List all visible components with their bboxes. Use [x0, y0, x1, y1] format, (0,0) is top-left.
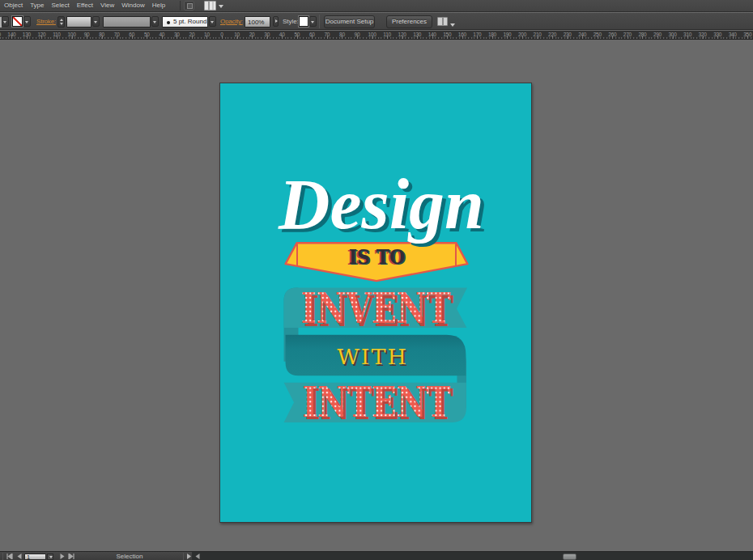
first-artboard-icon[interactable]: [6, 554, 13, 559]
title-design: Design Design: [278, 163, 487, 247]
text-with: WITH WITH: [337, 344, 415, 371]
ruler-major-tick: [598, 36, 598, 39]
horizontal-ruler[interactable]: 1501401301201101009080706050403020100102…: [0, 31, 753, 40]
ruler-label: 150: [0, 32, 1, 37]
ruler-major-tick: [297, 36, 298, 39]
horizontal-scrollbar-track[interactable]: [192, 552, 753, 560]
fill-dropdown-button[interactable]: [2, 16, 9, 27]
menu-bar: Object Type Select Effect View Window He…: [0, 0, 753, 12]
next-artboard-icon[interactable]: [59, 554, 66, 559]
ruler-major-tick: [72, 36, 73, 39]
stroke-weight-field[interactable]: [66, 16, 91, 28]
stroke-weight-stepper[interactable]: [57, 16, 65, 28]
brush-definition-field[interactable]: 5 pt. Round: [162, 16, 208, 28]
ruler-major-tick: [492, 36, 493, 39]
brush-preview-dot: [167, 21, 170, 24]
scroll-left-icon[interactable]: [194, 554, 201, 559]
brush-dropdown-button[interactable]: [209, 16, 216, 27]
menu-select[interactable]: Select: [50, 0, 70, 11]
menu-help[interactable]: Help: [151, 0, 166, 11]
status-popup-icon[interactable]: [185, 554, 192, 559]
ruler-major-tick: [117, 36, 117, 39]
text-invent: INVENT INVENT INVENT: [300, 283, 453, 336]
horizontal-scrollbar-thumb[interactable]: [563, 554, 576, 560]
menu-effect[interactable]: Effect: [76, 0, 94, 11]
ruler-major-tick: [162, 36, 163, 39]
artboard-number-dropdown[interactable]: [47, 554, 53, 560]
ruler-major-tick: [312, 36, 313, 39]
stroke-color-none-swatch[interactable]: [12, 16, 23, 27]
statusbar-divider-left: [2, 553, 3, 560]
ruler-major-tick: [87, 36, 87, 39]
previous-artboard-icon[interactable]: [16, 554, 23, 559]
ruler-major-tick: [252, 36, 253, 39]
invent-dots: INVENT: [300, 283, 450, 333]
document-setup-button[interactable]: Document Setup: [324, 15, 375, 28]
opacity-popup-button[interactable]: [273, 16, 279, 27]
ruler-major-tick: [57, 36, 57, 39]
control-panel-icon[interactable]: [437, 17, 448, 26]
text-intent: INTENT INTENT INTENT: [302, 377, 453, 430]
ruler-major-tick: [27, 36, 28, 39]
status-indicator[interactable]: Selection: [81, 552, 178, 560]
artboard-number-field[interactable]: 1: [24, 554, 46, 560]
ruler-major-tick: [703, 36, 704, 39]
ruler-major-tick: [282, 36, 283, 39]
menu-window[interactable]: Window: [121, 0, 145, 11]
controlbar-groove: [319, 15, 320, 28]
menu-type[interactable]: Type: [29, 0, 45, 11]
ruler-major-tick: [612, 36, 613, 39]
ruler-major-tick: [206, 36, 207, 39]
canvas-pasteboard[interactable]: Design Design IS TO IS TO IS TO INVENT I…: [0, 40, 753, 551]
ruler-major-tick: [717, 36, 718, 39]
statusbar-divider-right: [183, 553, 184, 560]
workspace-switcher-icon[interactable]: [204, 1, 216, 11]
stroke-weight-dropdown-button[interactable]: [92, 16, 100, 27]
ruler-major-tick: [628, 36, 628, 39]
ruler-major-tick: [357, 36, 358, 39]
arrange-documents-icon[interactable]: [184, 1, 194, 11]
brush-name: 5 pt. Round: [173, 18, 206, 25]
style-label: Style:: [283, 16, 299, 28]
ruler-major-tick: [102, 36, 103, 39]
ruler-major-tick: [222, 36, 223, 39]
ruler-major-tick: [267, 36, 268, 39]
ruler-major-tick: [402, 36, 403, 39]
ruler-major-tick: [147, 36, 147, 39]
ruler-major-tick: [538, 36, 538, 39]
style-dropdown-button[interactable]: [309, 16, 317, 27]
ruler-major-tick: [192, 36, 193, 39]
poster-artwork: Design Design IS TO IS TO IS TO INVENT I…: [220, 83, 531, 522]
ruler-major-tick: [568, 36, 568, 39]
control-panel-chevron-down-icon[interactable]: [450, 23, 455, 27]
intent-dots: INTENT: [302, 377, 450, 426]
ruler-major-tick: [673, 36, 674, 39]
opacity-field[interactable]: 100%: [245, 16, 270, 28]
ruler-major-tick: [372, 36, 373, 39]
ruler-major-tick: [747, 36, 748, 39]
stroke-color-dropdown-button[interactable]: [23, 16, 31, 27]
ruler-major-tick: [582, 36, 583, 39]
artboard[interactable]: Design Design IS TO IS TO IS TO INVENT I…: [219, 83, 532, 523]
ruler-major-tick: [522, 36, 523, 39]
isto-main: IS TO: [349, 245, 406, 269]
last-artboard-icon[interactable]: [68, 554, 74, 559]
preferences-button[interactable]: Preferences: [386, 15, 432, 28]
with-main: WITH: [337, 344, 413, 369]
ruler-major-tick: [642, 36, 643, 39]
opacity-label[interactable]: Opacity:: [220, 16, 243, 28]
style-swatch[interactable]: [299, 16, 308, 27]
banner-text-is-to: IS TO IS TO IS TO: [347, 245, 406, 270]
menu-view[interactable]: View: [100, 0, 115, 11]
width-profile-dropdown-button[interactable]: [151, 16, 159, 27]
ruler-major-tick: [507, 36, 508, 39]
ruler-major-tick: [387, 36, 388, 39]
ruler-major-tick: [447, 36, 448, 39]
workspace-chevron-down-icon[interactable]: [219, 5, 223, 8]
ruler-major-tick: [132, 36, 133, 39]
width-profile-field[interactable]: [103, 16, 151, 28]
menu-items: Object Type Select Effect View Window He…: [3, 0, 166, 11]
menu-object[interactable]: Object: [3, 0, 23, 11]
ruler-major-tick: [342, 36, 342, 39]
stroke-label[interactable]: Stroke:: [36, 16, 56, 28]
